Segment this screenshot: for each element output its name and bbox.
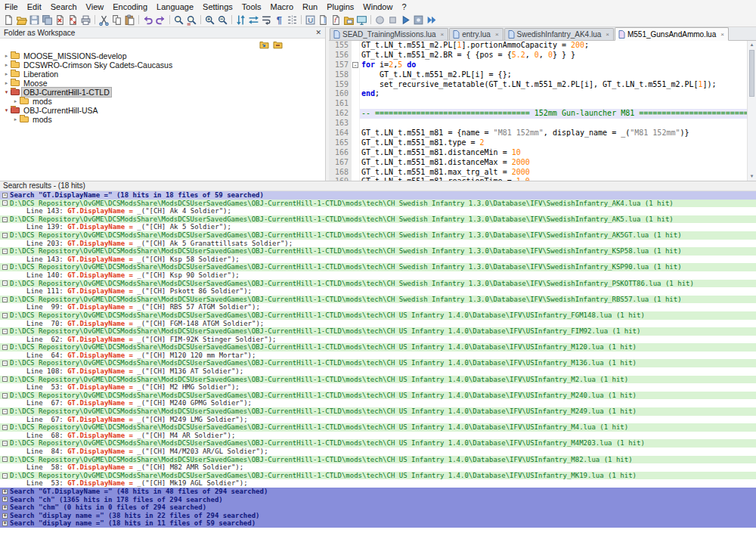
stop-macro-icon[interactable] xyxy=(386,14,399,26)
search-file-row[interactable]: -D:\DCS Repository\OvGME\DCSModsShare\Mo… xyxy=(0,392,756,400)
zoom-in-icon[interactable] xyxy=(203,14,216,26)
collapse-icon[interactable]: - xyxy=(2,313,8,318)
indent-guide-icon[interactable] xyxy=(286,14,299,26)
collapse-all-icon[interactable] xyxy=(273,40,283,49)
menu-item-help[interactable]: ? xyxy=(397,2,411,12)
menu-item-tools[interactable]: Tools xyxy=(237,2,266,12)
menu-item-run[interactable]: Run xyxy=(298,2,322,12)
search-file-row[interactable]: -D:\DCS Repository\OvGME\DCSModsShare\Mo… xyxy=(0,376,756,384)
chevron-right-icon[interactable]: ▸ xyxy=(3,71,10,77)
collapse-icon[interactable]: - xyxy=(2,376,8,382)
search-file-row[interactable]: -D:\DCS Repository\OvGME\DCSModsShare\Mo… xyxy=(0,263,756,271)
search-hit-row[interactable]: Line 203: GT.DisplayName = _("[CH] Ak 5 … xyxy=(0,240,756,248)
print-icon[interactable] xyxy=(79,14,92,26)
save-icon[interactable] xyxy=(28,14,41,26)
search-file-row[interactable]: -D:\DCS Repository\OvGME\DCSModsShare\Mo… xyxy=(0,423,756,432)
menu-item-file[interactable]: File xyxy=(0,2,23,12)
search-hit-row[interactable]: Line 67: GT.DisplayName = _("[CH] M240 G… xyxy=(0,399,756,407)
menu-item-view[interactable]: View xyxy=(82,2,109,12)
search-group-header[interactable]: +Search "chm" (0 hits in 0 files of 294 … xyxy=(0,503,756,512)
menu-item-search[interactable]: Search xyxy=(46,2,82,12)
scrollbar-thumb[interactable] xyxy=(749,50,754,97)
menu-item-encoding[interactable]: Encoding xyxy=(108,2,152,12)
search-hit-row[interactable]: Line 139: GT.DisplayName = _("[CH] Ak 5 … xyxy=(0,223,756,231)
search-hit-row[interactable]: Line 53: GT.DisplayName = _("[CH] M2 HMG… xyxy=(0,383,756,392)
collapse-icon[interactable]: - xyxy=(2,217,8,222)
menu-item-edit[interactable]: Edit xyxy=(23,2,46,12)
collapse-icon[interactable]: - xyxy=(2,457,8,462)
tab-close-icon[interactable]: × xyxy=(495,31,499,38)
tree-item-liberation[interactable]: ▸Liberation xyxy=(0,70,325,79)
expand-icon[interactable]: + xyxy=(2,489,8,494)
search-file-row[interactable]: -D:\DCS Repository\OvGME\DCSModsShare\Mo… xyxy=(0,407,756,416)
show-all-characters-icon[interactable]: ¶ xyxy=(273,14,286,26)
editor-scrollbar[interactable]: ▲ ▼ xyxy=(747,41,756,181)
collapse-icon[interactable]: - xyxy=(2,425,8,430)
tree-item-mods[interactable]: ▸mods xyxy=(0,97,325,106)
tab-swedishinfantry-ak4-lua[interactable]: SwedishInfantry_AK4.lua× xyxy=(504,28,614,40)
tab-m551-gunsandammo-lua[interactable]: M551_GunsAndAmmo.lua× xyxy=(615,27,729,41)
menu-item-language[interactable]: Language xyxy=(152,2,198,12)
save-macro-icon[interactable] xyxy=(412,14,425,26)
tab-sead-trainingmissions-lua[interactable]: SEAD_TrainingMissions.lua× xyxy=(330,28,448,40)
search-hit-row[interactable]: Line 111: GT.DisplayName = _("[CH] Pskot… xyxy=(0,287,756,296)
search-file-row[interactable]: -D:\DCS Repository\OvGME\DCSModsShare\Mo… xyxy=(0,439,756,448)
search-hit-row[interactable]: Line 62: GT.DisplayName = _("[CH] FIM-92… xyxy=(0,336,756,344)
collapse-icon[interactable]: - xyxy=(2,233,8,238)
tree-item-moose-missions-develop[interactable]: ▸MOOSE_MISSIONS-develop xyxy=(0,51,325,60)
word-wrap-icon[interactable] xyxy=(260,14,273,26)
search-file-row[interactable]: -D:\DCS Repository\OvGME\DCSModsShare\Mo… xyxy=(0,472,756,480)
search-hit-row[interactable]: Line 108: GT.DisplayName = _("[CH] M136 … xyxy=(0,367,756,376)
new-file-icon[interactable] xyxy=(2,14,15,26)
define-language-icon[interactable]: U xyxy=(304,14,317,26)
search-group-header[interactable]: +Search "GT.DisplayName =" (48 hits in 4… xyxy=(0,488,756,496)
tab-entry-lua[interactable]: entry.lua× xyxy=(449,28,503,40)
search-hit-row[interactable]: Line 64: GT.DisplayName = _("[CH] M120 1… xyxy=(0,352,756,360)
close-all-icon[interactable] xyxy=(67,14,79,26)
collapse-icon[interactable]: - xyxy=(2,409,8,414)
menu-item-plugins[interactable]: Plugins xyxy=(322,2,358,12)
search-hit-row[interactable]: Line 143: GT.DisplayName = _("[CH] Ksp 5… xyxy=(0,256,756,264)
search-hit-row[interactable]: Line 67: GT.DisplayName = _("[CH] M249 L… xyxy=(0,416,756,424)
chevron-right-icon[interactable]: ▸ xyxy=(3,53,10,59)
cut-icon[interactable] xyxy=(98,14,110,26)
search-hit-row[interactable]: Line 70: GT.DisplayName = _("[CH] FGM-14… xyxy=(0,320,756,328)
collapse-icon[interactable]: - xyxy=(2,361,8,366)
chevron-right-icon[interactable]: ▸ xyxy=(12,98,19,104)
search-file-row[interactable]: -D:\DCS Repository\OvGME\DCSModsShare\Mo… xyxy=(0,215,756,224)
search-file-row[interactable]: -D:\DCS Repository\OvGME\DCSModsShare\Mo… xyxy=(0,247,756,256)
collapse-icon[interactable]: - xyxy=(2,393,8,398)
collapse-icon[interactable]: - xyxy=(2,345,8,350)
sync-vertical-icon[interactable] xyxy=(234,14,247,26)
replace-icon[interactable] xyxy=(185,14,198,26)
chevron-right-icon[interactable]: ▸ xyxy=(3,80,10,86)
tab-close-icon[interactable]: × xyxy=(606,31,609,38)
search-hit-row[interactable]: Line 68: GT.DisplayName = _("[CH] M4 AR … xyxy=(0,432,756,440)
search-hit-row[interactable]: Line 140: GT.DisplayName = _("[CH] Ksp 9… xyxy=(0,271,756,280)
run-macro-multiple-icon[interactable] xyxy=(425,14,438,26)
search-file-row[interactable]: -D:\DCS Repository\OvGME\DCSModsShare\Mo… xyxy=(0,200,756,208)
chevron-right-icon[interactable]: ▸ xyxy=(3,62,10,68)
play-macro-icon[interactable] xyxy=(399,14,412,26)
function-list-icon[interactable]: f xyxy=(330,14,342,26)
collapse-icon[interactable]: - xyxy=(2,441,8,446)
search-file-row[interactable]: -D:\DCS Repository\OvGME\DCSModsShare\Mo… xyxy=(0,280,756,288)
fold-marker[interactable]: - xyxy=(352,60,359,70)
search-file-row[interactable]: -D:\DCS Repository\OvGME\DCSModsShare\Mo… xyxy=(0,343,756,352)
save-all-icon[interactable] xyxy=(41,14,54,26)
search-file-row[interactable]: -D:\DCS Repository\OvGME\DCSModsShare\Mo… xyxy=(0,456,756,464)
expand-icon[interactable]: + xyxy=(2,497,8,502)
search-hit-row[interactable]: Line 84: GT.DisplayName = _("[CH] M4/M20… xyxy=(0,448,756,456)
collapse-icon[interactable]: - xyxy=(2,297,8,302)
folder-as-workspace-icon[interactable] xyxy=(342,14,355,26)
collapse-icon[interactable]: - xyxy=(2,200,8,206)
collapse-icon[interactable]: - xyxy=(2,249,8,254)
zoom-out-icon[interactable] xyxy=(216,14,229,26)
locate-current-file-icon[interactable] xyxy=(259,40,269,49)
fold-collapse-icon[interactable]: - xyxy=(352,62,358,68)
sync-horizontal-icon[interactable] xyxy=(247,14,260,26)
undo-icon[interactable] xyxy=(141,14,154,26)
collapse-icon[interactable]: - xyxy=(2,329,8,334)
expand-icon[interactable]: + xyxy=(2,513,8,519)
close-icon[interactable] xyxy=(54,14,67,26)
